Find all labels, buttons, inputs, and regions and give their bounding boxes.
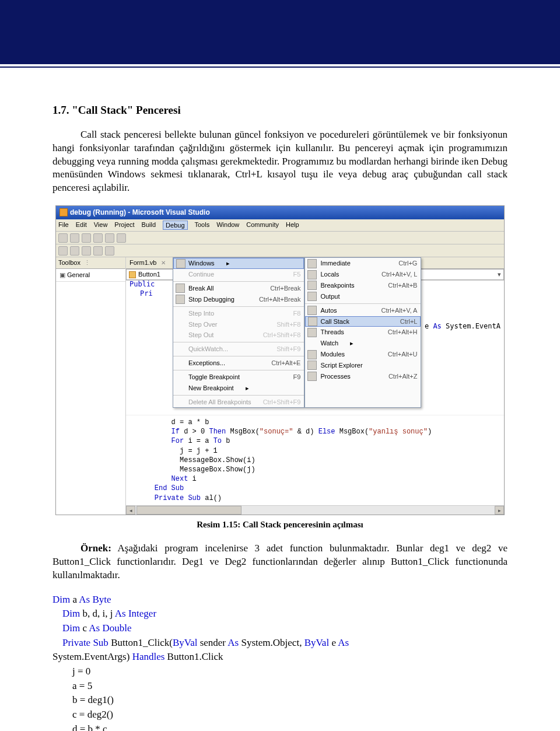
menu-item[interactable]: Output <box>305 291 421 302</box>
left-column: Toolbox ▣ General <box>56 257 126 514</box>
menu-edit[interactable]: Edit <box>76 221 87 230</box>
menu-item[interactable]: Watch <box>305 338 421 349</box>
code-peek-public: Public <box>130 279 155 289</box>
general-label: General <box>67 271 90 278</box>
menu-item[interactable]: Stop DebuggingCtrl+Alt+Break <box>173 294 304 305</box>
menu-item: Step OverShift+F8 <box>173 319 304 330</box>
code-peek-pri: Pri <box>140 289 153 298</box>
tab-close-icon[interactable] <box>159 258 166 267</box>
dd-button-label: Button1 <box>138 270 160 279</box>
menu-file[interactable]: File <box>58 221 69 230</box>
screenshot-visual-studio: debug (Running) - Microsoft Visual Studi… <box>55 205 505 515</box>
menu-debug[interactable]: Debug <box>163 221 187 230</box>
code-editor[interactable]: d = a * b If d > 0 Then MsgBox("sonuç=" … <box>126 415 504 505</box>
editor-column: Form1.vb Button1 WindowsContinueF5Break … <box>126 257 504 514</box>
toolbox-header[interactable]: Toolbox <box>56 257 125 269</box>
menu-item: Delete All BreakpointsCtrl+Shift+F9 <box>173 397 304 408</box>
menu-item[interactable]: Call StackCtrl+L <box>305 316 421 327</box>
menu-item: ContinueF5 <box>173 269 304 280</box>
menu-item[interactable]: Script Explorer <box>305 360 421 371</box>
tb-icon[interactable] <box>93 233 103 243</box>
menu-build[interactable]: Build <box>142 221 156 230</box>
menu-item[interactable]: AutosCtrl+Alt+V, A <box>305 305 421 316</box>
toolbox-general[interactable]: ▣ General <box>56 269 125 282</box>
menu-window[interactable]: Window <box>216 221 239 230</box>
tb-icon[interactable] <box>117 233 126 243</box>
menu-item[interactable]: Exceptions...Ctrl+Alt+E <box>173 358 304 369</box>
paragraph-1: Call stack penceresi bellekte bulunan gü… <box>52 128 508 195</box>
tb-icon[interactable] <box>93 246 103 256</box>
menu-item[interactable]: ProcessesCtrl+Alt+Z <box>305 371 421 382</box>
menu-item[interactable]: New Breakpoint <box>173 383 304 394</box>
tb-icon[interactable] <box>58 233 68 243</box>
hscrollbar[interactable]: ◂ ▸ <box>126 505 504 515</box>
toolbox-label: Toolbox <box>58 258 80 267</box>
page-content: 1.7. "Call Stack" Penceresi Call stack p… <box>0 68 560 731</box>
section-heading: 1.7. "Call Stack" Penceresi <box>52 103 508 118</box>
scroll-thumb[interactable] <box>136 506 242 515</box>
figure-caption: Resim 1.15: Call Stack penceresinin açıl… <box>52 519 508 530</box>
menu-item[interactable]: Windows <box>173 258 304 269</box>
menu-view[interactable]: View <box>94 221 108 230</box>
example-label: Örnek: <box>80 543 111 554</box>
toolbar-row-2 <box>56 244 504 257</box>
debug-menu: WindowsContinueF5Break AllCtrl+BreakStop… <box>173 257 304 408</box>
toolbar-row-1 <box>56 232 504 244</box>
window-title: debug (Running) - Microsoft Visual Studi… <box>70 208 210 217</box>
menu-item: QuickWatch...Shift+F9 <box>173 344 304 355</box>
header-blue-bar <box>0 0 560 64</box>
menu-item[interactable]: LocalsCtrl+Alt+V, L <box>305 269 421 280</box>
tb-icon[interactable] <box>105 246 114 256</box>
windows-submenu: ImmediateCtrl+GLocalsCtrl+Alt+V, LBreakp… <box>304 257 421 408</box>
menu-project[interactable]: Project <box>114 221 134 230</box>
menu-item: Step OutCtrl+Shift+F8 <box>173 330 304 341</box>
menu-community[interactable]: Community <box>246 221 279 230</box>
menu-item[interactable]: ThreadsCtrl+Alt+H <box>305 327 421 338</box>
tb-icon[interactable] <box>82 246 91 256</box>
tb-icon[interactable] <box>58 246 68 256</box>
menu-item[interactable]: Toggle BreakpointF9 <box>173 372 304 383</box>
example-code: Dim a As Byte Dim b, d, i, j As Integer … <box>52 593 508 731</box>
scroll-right-icon[interactable]: ▸ <box>495 506 504 515</box>
paragraph-2: Örnek: Aşağıdaki program incelenirse 3 a… <box>52 542 508 582</box>
menubar: File Edit View Project Build Debug Tools… <box>56 219 504 232</box>
tb-icon[interactable] <box>70 246 79 256</box>
menu-item[interactable]: Break AllCtrl+Break <box>173 283 304 294</box>
tab-label: Form1.vb <box>130 258 156 267</box>
menu-stack: WindowsContinueF5Break AllCtrl+BreakStop… <box>173 257 421 408</box>
menu-item[interactable]: ImmediateCtrl+G <box>305 258 421 269</box>
vs-icon <box>60 208 68 216</box>
tb-icon[interactable] <box>105 233 114 243</box>
menu-item: Step IntoF8 <box>173 308 304 319</box>
scroll-left-icon[interactable]: ◂ <box>126 506 135 515</box>
tb-icon[interactable] <box>82 233 91 243</box>
menu-item[interactable]: BreakpointsCtrl+Alt+B <box>305 280 421 291</box>
ide-body: Toolbox ▣ General Form1.vb Button1 Windo… <box>56 257 504 514</box>
paragraph-2-text: Aşağıdaki program incelenirse 3 adet fun… <box>52 543 508 580</box>
menu-item[interactable]: ModulesCtrl+Alt+U <box>305 349 421 360</box>
window-titlebar: debug (Running) - Microsoft Visual Studi… <box>56 206 504 219</box>
menu-help[interactable]: Help <box>286 221 299 230</box>
toolbox-menu-icon[interactable] <box>83 258 90 267</box>
tb-icon[interactable] <box>70 233 79 243</box>
menu-tools[interactable]: Tools <box>195 221 210 230</box>
